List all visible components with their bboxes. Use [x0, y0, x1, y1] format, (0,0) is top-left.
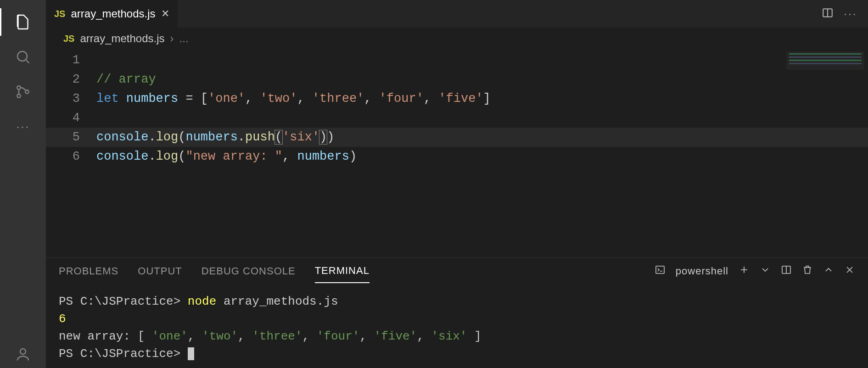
tab-file[interactable]: JS array_methods.js ✕ — [46, 0, 178, 28]
terminal-profile-icon[interactable] — [655, 264, 666, 278]
breadcrumb-file: array_methods.js — [80, 32, 164, 45]
terminal-output[interactable]: PS C:\JSPractice> node array_methods.js … — [46, 284, 868, 368]
tab-filename: array_methods.js — [71, 7, 155, 20]
svg-point-0 — [17, 51, 27, 61]
js-badge-icon: JS — [63, 33, 74, 44]
close-panel-icon[interactable] — [844, 264, 855, 278]
svg-point-1 — [17, 86, 21, 89]
tab-debug-console[interactable]: DEBUG CONSOLE — [202, 260, 296, 283]
svg-point-4 — [20, 349, 26, 354]
chevron-right-icon: › — [170, 32, 174, 45]
svg-point-3 — [25, 90, 29, 94]
editor[interactable]: 1 2// array 3let numbers = ['one', 'two'… — [46, 49, 868, 257]
close-icon[interactable]: ✕ — [161, 8, 169, 20]
breadcrumb[interactable]: JS array_methods.js › ... — [46, 28, 868, 49]
tab-terminal[interactable]: TERMINAL — [315, 259, 370, 283]
split-terminal-icon[interactable] — [781, 264, 792, 278]
terminal-shell-name[interactable]: powershell — [676, 265, 728, 277]
source-control-icon[interactable] — [9, 78, 37, 106]
more-icon[interactable]: ··· — [9, 113, 37, 140]
code-content: 1 2// array 3let numbers = ['one', 'two'… — [46, 49, 868, 166]
split-editor-icon[interactable] — [822, 7, 834, 21]
line-number: 5 — [46, 128, 96, 147]
panel: PROBLEMS OUTPUT DEBUG CONSOLE TERMINAL p… — [46, 257, 868, 368]
activity-bar: ··· — [0, 0, 46, 368]
tab-problems[interactable]: PROBLEMS — [59, 260, 118, 283]
account-icon[interactable] — [9, 340, 37, 368]
minimap[interactable] — [786, 51, 864, 70]
tab-actions: ··· — [822, 0, 868, 28]
more-actions-icon[interactable]: ··· — [844, 4, 857, 24]
breadcrumb-rest: ... — [179, 32, 189, 45]
svg-point-2 — [17, 94, 21, 98]
terminal-cursor — [188, 347, 194, 360]
main-area: JS array_methods.js ✕ ··· JS array_metho… — [46, 0, 868, 368]
line-number: 3 — [46, 89, 96, 108]
search-icon[interactable] — [9, 43, 37, 71]
editor-scrollbar[interactable] — [860, 49, 868, 257]
tab-output[interactable]: OUTPUT — [138, 260, 182, 283]
js-badge-icon: JS — [54, 9, 65, 19]
explorer-icon[interactable] — [9, 8, 37, 36]
tab-bar: JS array_methods.js ✕ ··· — [46, 0, 868, 28]
line-number: 6 — [46, 147, 96, 166]
chevron-down-icon[interactable] — [760, 264, 771, 278]
new-terminal-icon[interactable] — [739, 264, 750, 278]
svg-rect-6 — [656, 266, 664, 273]
line-number: 2 — [46, 70, 96, 89]
line-number: 1 — [46, 50, 96, 70]
panel-tabs: PROBLEMS OUTPUT DEBUG CONSOLE TERMINAL p… — [46, 258, 868, 284]
line-number: 4 — [46, 108, 96, 128]
chevron-up-icon[interactable] — [823, 264, 834, 278]
trash-icon[interactable] — [802, 264, 813, 278]
